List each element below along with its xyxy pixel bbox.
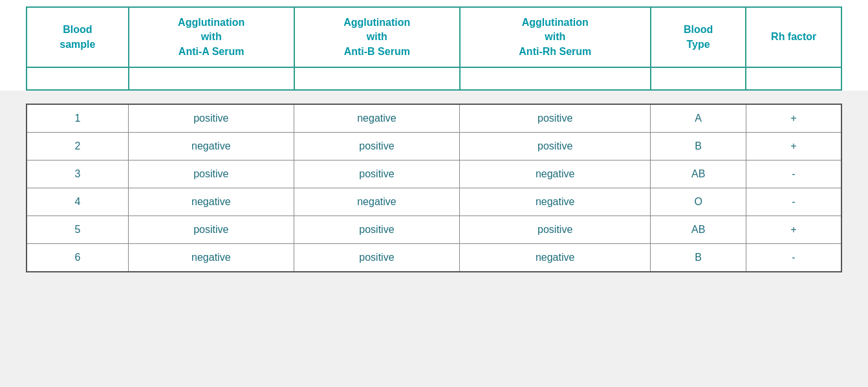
cell-rh-factor: + (746, 104, 842, 133)
col-header-anti-rh: AgglutinationwithAnti-Rh Serum (460, 7, 651, 67)
empty-cell-3 (294, 67, 460, 90)
top-section: Bloodsample AgglutinationwithAnti-A Seru… (0, 0, 868, 91)
table-row: 1positivenegativepositiveA+ (27, 104, 841, 133)
col-header-blood-type: BloodType (651, 7, 746, 67)
cell-anti-b: negative (294, 188, 459, 216)
table-row: 5positivepositivepositiveAB+ (27, 216, 841, 244)
cell-blood-type: A (651, 104, 746, 133)
cell-sample: 2 (27, 133, 128, 160)
cell-anti-rh: negative (460, 244, 651, 272)
cell-anti-rh: positive (460, 104, 651, 133)
cell-anti-b: positive (294, 244, 459, 272)
cell-anti-a: positive (128, 216, 294, 244)
cell-blood-type: B (651, 244, 746, 272)
col-header-blood-sample: Bloodsample (27, 7, 129, 67)
cell-anti-a: positive (128, 104, 294, 133)
table-row: 4negativenegativenegativeO- (27, 188, 841, 216)
cell-anti-b: positive (294, 160, 459, 188)
table-row: 3positivepositivenegativeAB- (27, 160, 841, 188)
cell-sample: 5 (27, 216, 128, 244)
empty-cell-6 (746, 67, 841, 90)
cell-blood-type: O (651, 188, 746, 216)
col-header-anti-a: AgglutinationwithAnti-A Serum (129, 7, 294, 67)
table-row: 6negativepositivenegativeB- (27, 244, 841, 272)
header-table: Bloodsample AgglutinationwithAnti-A Seru… (26, 6, 842, 91)
cell-anti-a: negative (128, 188, 294, 216)
table-row: 2negativepositivepositiveB+ (27, 133, 841, 160)
bottom-section: 1positivenegativepositiveA+2negativeposi… (0, 91, 868, 387)
cell-anti-a: negative (128, 244, 294, 272)
cell-anti-a: positive (128, 160, 294, 188)
cell-sample: 6 (27, 244, 128, 272)
col-header-rh-factor: Rh factor (746, 7, 841, 67)
col-header-anti-b: AgglutinationwithAnti-B Serum (294, 7, 460, 67)
cell-sample: 3 (27, 160, 128, 188)
cell-rh-factor: + (746, 133, 842, 160)
cell-blood-type: AB (651, 216, 746, 244)
cell-blood-type: AB (651, 160, 746, 188)
empty-cell-1 (27, 67, 129, 90)
cell-rh-factor: - (746, 188, 842, 216)
cell-anti-b: positive (294, 216, 459, 244)
cell-anti-b: negative (294, 104, 459, 133)
cell-rh-factor: - (746, 244, 842, 272)
cell-anti-b: positive (294, 133, 459, 160)
cell-rh-factor: - (746, 160, 842, 188)
cell-rh-factor: + (746, 216, 842, 244)
cell-anti-rh: negative (460, 188, 651, 216)
cell-anti-rh: negative (460, 160, 651, 188)
page-container: Bloodsample AgglutinationwithAnti-A Seru… (0, 0, 868, 387)
empty-header-row (27, 67, 841, 90)
header-row: Bloodsample AgglutinationwithAnti-A Seru… (27, 7, 841, 67)
cell-sample: 1 (27, 104, 128, 133)
cell-anti-a: negative (128, 133, 294, 160)
cell-anti-rh: positive (460, 216, 651, 244)
cell-sample: 4 (27, 188, 128, 216)
empty-cell-2 (129, 67, 294, 90)
empty-cell-4 (460, 67, 651, 90)
cell-anti-rh: positive (460, 133, 651, 160)
empty-cell-5 (651, 67, 746, 90)
cell-blood-type: B (651, 133, 746, 160)
data-table: 1positivenegativepositiveA+2negativeposi… (26, 104, 842, 272)
